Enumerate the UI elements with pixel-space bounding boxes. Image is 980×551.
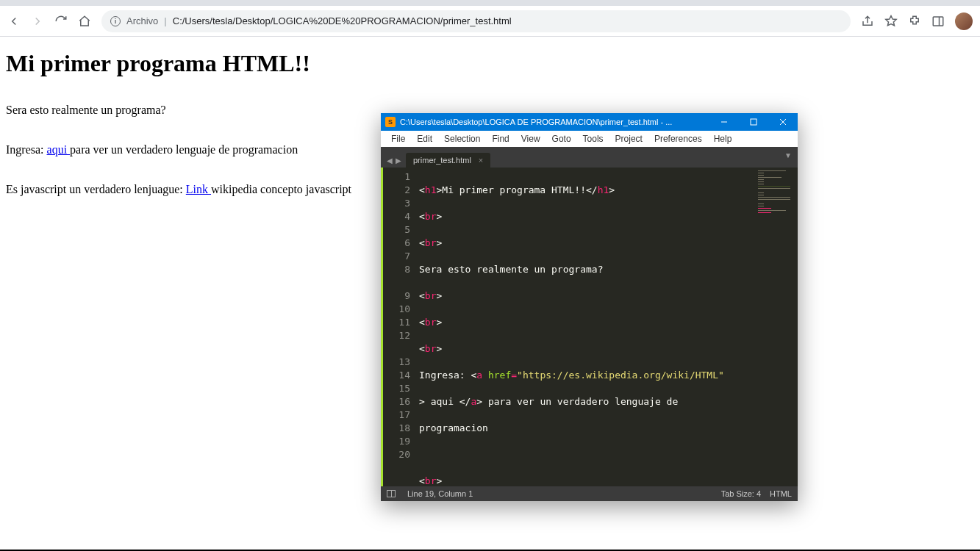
addr-scheme-label: Archivo — [126, 15, 158, 26]
link-aqui[interactable]: aqui — [47, 143, 71, 156]
pane-layout-icon[interactable] — [387, 490, 396, 497]
minimap[interactable] — [754, 168, 798, 486]
sublime-window: S C:\Users\tesla\Desktop\LOGICA DE PROGR… — [381, 113, 798, 501]
browser-tab-strip — [0, 0, 980, 6]
browser-toolbar: i Archivo | C:/Users/tesla/Desktop/LOGIC… — [0, 6, 980, 37]
forward-button[interactable] — [31, 15, 44, 28]
svg-rect-0 — [933, 17, 943, 26]
tab-close-icon[interactable]: × — [479, 156, 483, 165]
sublime-titlebar[interactable]: S C:\Users\tesla\Desktop\LOGICA DE PROGR… — [381, 113, 798, 131]
tab-nav-back-icon[interactable]: ◀ — [387, 156, 393, 165]
menu-view[interactable]: View — [515, 132, 546, 145]
sublime-statusbar: Line 19, Column 1 Tab Size: 4 HTML — [381, 486, 798, 501]
home-button[interactable] — [78, 15, 91, 28]
tab-dropdown-icon[interactable]: ▼ — [784, 151, 792, 159]
address-bar[interactable]: i Archivo | C:/Users/tesla/Desktop/LOGIC… — [101, 10, 851, 32]
line-gutter: 1234567891011121314151617181920 — [381, 168, 416, 486]
sublime-logo-icon: S — [385, 117, 396, 127]
sublime-tab-row: ◀ ▶ primer_test.html × ▼ — [381, 147, 798, 168]
menu-preferences[interactable]: Preferences — [648, 132, 708, 145]
menu-selection[interactable]: Selection — [438, 132, 486, 145]
profile-avatar[interactable] — [955, 12, 973, 30]
site-info-icon[interactable]: i — [110, 16, 121, 26]
share-icon[interactable] — [861, 15, 874, 28]
menu-project[interactable]: Project — [609, 132, 648, 145]
editor-tab[interactable]: primer_test.html × — [406, 153, 490, 168]
menu-tools[interactable]: Tools — [577, 132, 609, 145]
tab-nav-fwd-icon[interactable]: ▶ — [396, 156, 401, 165]
addr-path: C:/Users/tesla/Desktop/LOGICA%20DE%20PRO… — [173, 15, 512, 26]
extensions-icon[interactable] — [908, 15, 921, 28]
bookmark-star-icon[interactable] — [884, 15, 898, 28]
editor-tab-label: primer_test.html — [413, 156, 471, 165]
menu-goto[interactable]: Goto — [546, 132, 577, 145]
menu-file[interactable]: File — [385, 132, 411, 145]
svg-rect-3 — [751, 119, 757, 125]
reload-button[interactable] — [54, 15, 68, 28]
link-wikipedia-js[interactable]: Link — [186, 183, 211, 195]
editor-body: 1234567891011121314151617181920 <h1>Mi p… — [381, 168, 798, 486]
menu-find[interactable]: Find — [486, 132, 515, 145]
sidepanel-icon[interactable] — [931, 15, 945, 28]
page-heading: Mi primer programa HTML!! — [6, 50, 974, 77]
menu-edit[interactable]: Edit — [411, 132, 438, 145]
sublime-title: C:\Users\tesla\Desktop\LOGICA DE PROGRAM… — [400, 118, 709, 126]
menu-help[interactable]: Help — [708, 132, 738, 145]
addr-sep: | — [164, 15, 166, 26]
back-button[interactable] — [7, 15, 21, 28]
minimize-button[interactable] — [709, 113, 739, 131]
status-language[interactable]: HTML — [770, 489, 792, 498]
sublime-menubar: File Edit Selection Find View Goto Tools… — [381, 131, 798, 147]
code-area[interactable]: <h1>Mi primer programa HTML!!</h1> <br> … — [416, 168, 754, 486]
maximize-button[interactable] — [739, 113, 768, 131]
status-cursor-pos[interactable]: Line 19, Column 1 — [407, 489, 473, 498]
close-button[interactable] — [768, 113, 798, 131]
status-tab-size[interactable]: Tab Size: 4 — [721, 489, 761, 498]
